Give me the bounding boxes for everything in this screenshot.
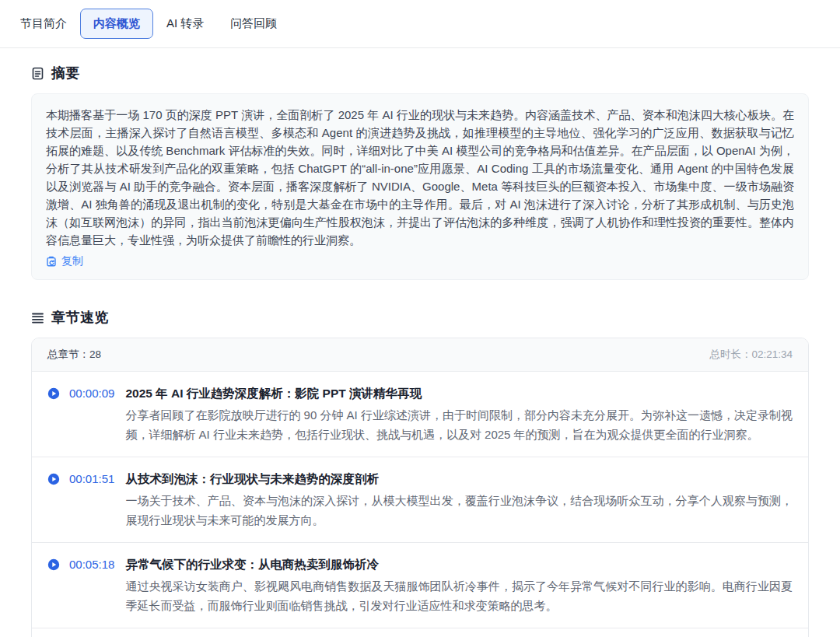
chapter-title: 从技术到泡沫：行业现状与未来趋势的深度剖析	[125, 470, 793, 488]
copy-button[interactable]: 复制	[46, 254, 83, 268]
tab-bar: 节目简介 内容概览 AI 转录 问答回顾	[0, 0, 840, 48]
chapter-content: 从技术到泡沫：行业现状与未来趋势的深度剖析 一场关于技术、产品、资本与泡沫的深入…	[125, 470, 793, 530]
chapters-section-header: 章节速览	[31, 308, 809, 327]
chapter-content: 异常气候下的行业求变：从电商热卖到服饰祈冷 通过央视采访女装商户、影视飓风电商销…	[125, 555, 793, 615]
chapter-timestamp[interactable]: 00:01:51	[69, 470, 114, 488]
document-icon	[31, 67, 44, 80]
copy-icon	[46, 256, 57, 267]
tab-content-overview[interactable]: 内容概览	[80, 9, 153, 39]
play-icon[interactable]	[47, 473, 60, 485]
chapter-item[interactable]: 00:07:30 AI 革命与极端时代的辩证探讨：从气候失控到商业豪赌	[32, 628, 808, 637]
tab-qa-review[interactable]: 问答回顾	[217, 9, 290, 39]
summary-section-header: 摘要	[31, 64, 809, 82]
list-icon	[31, 311, 44, 324]
chapters-stats-row: 总章节：28 总时长：02:21:34	[32, 338, 808, 372]
chapter-item[interactable]: 00:01:51 从技术到泡沫：行业现状与未来趋势的深度剖析 一场关于技术、产品…	[32, 457, 808, 542]
tab-ai-transcript[interactable]: AI 转录	[153, 9, 217, 39]
play-icon[interactable]	[47, 558, 60, 571]
chapter-item[interactable]: 00:05:18 异常气候下的行业求变：从电商热卖到服饰祈冷 通过央视采访女装商…	[32, 542, 808, 628]
chapter-description: 通过央视采访女装商户、影视飓风电商销售数据及天猫服饰团队祈冷事件，揭示了今年异常…	[125, 577, 793, 615]
chapter-description: 一场关于技术、产品、资本与泡沫的深入探讨，从模大模型出发，覆盖行业泡沫争议，结合…	[125, 492, 793, 530]
play-icon[interactable]	[47, 387, 60, 400]
chapter-content: 2025 年 AI 行业趋势深度解析：影院 PPT 演讲精华再现 分享者回顾了在…	[125, 384, 793, 444]
chapter-title: 异常气候下的行业求变：从电商热卖到服饰祈冷	[125, 555, 793, 574]
chapter-item[interactable]: 00:00:09 2025 年 AI 行业趋势深度解析：影院 PPT 演讲精华再…	[32, 372, 808, 457]
tab-program-intro[interactable]: 节目简介	[7, 9, 80, 39]
chapter-timestamp[interactable]: 00:00:09	[69, 384, 114, 403]
total-chapters: 总章节：28	[47, 348, 101, 362]
summary-text: 本期播客基于一场 170 页的深度 PPT 演讲，全面剖析了 2025 年 AI…	[46, 106, 794, 249]
main-content: 摘要 本期播客基于一场 170 页的深度 PPT 演讲，全面剖析了 2025 年…	[0, 48, 840, 637]
chapter-description: 分享者回顾了在影院放映厅进行的 90 分钟 AI 行业综述演讲，由于时间限制，部…	[125, 406, 793, 444]
total-duration: 总时长：02:21:34	[709, 348, 793, 362]
summary-title: 摘要	[51, 64, 80, 82]
chapters-title: 章节速览	[51, 308, 109, 327]
chapter-timestamp[interactable]: 00:05:18	[69, 555, 114, 574]
copy-label: 复制	[61, 254, 83, 268]
chapter-title: 2025 年 AI 行业趋势深度解析：影院 PPT 演讲精华再现	[125, 384, 793, 403]
chapters-card: 总章节：28 总时长：02:21:34 00:00:09 2025 年 AI 行…	[31, 338, 809, 637]
summary-card: 本期播客基于一场 170 页的深度 PPT 演讲，全面剖析了 2025 年 AI…	[31, 93, 809, 280]
